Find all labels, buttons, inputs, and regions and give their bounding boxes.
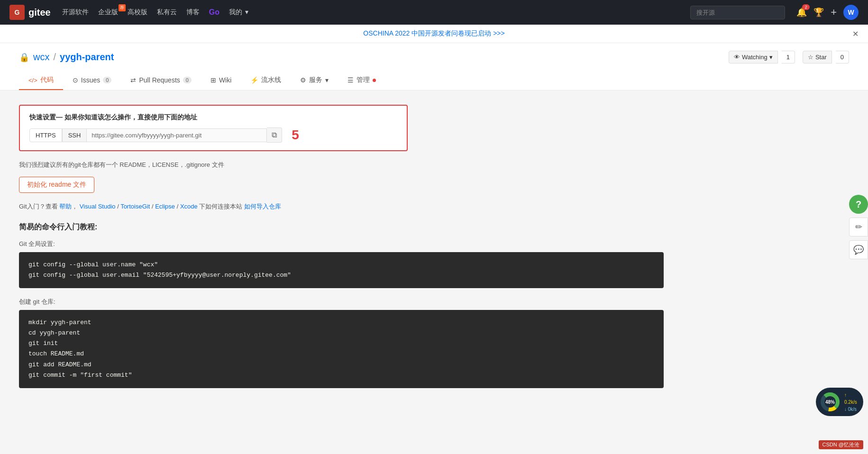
- eye-icon: 👁: [734, 54, 740, 61]
- net-download: ↓ 0k/s: [844, 406, 859, 412]
- eclipse-link[interactable]: Eclipse: [155, 203, 175, 210]
- services-icon: ⚙: [300, 76, 306, 84]
- tab-code[interactable]: </> 代码: [19, 71, 63, 90]
- manage-icon: ☰: [347, 76, 354, 84]
- tab-wiki[interactable]: ⊞ Wiki: [201, 72, 241, 90]
- quick-setup-title: 快速设置— 如果你知道该怎么操作，直接使用下面的地址: [29, 113, 397, 122]
- star-count: 0: [836, 51, 849, 64]
- announce-close-icon[interactable]: ✕: [852, 29, 859, 38]
- tortoisegit-link[interactable]: TortoiseGit: [120, 203, 150, 210]
- notification-bell[interactable]: 🔔 2: [796, 7, 807, 18]
- repo-separator: /: [53, 52, 56, 63]
- issues-icon: ⊙: [73, 76, 78, 84]
- network-widget: 48% ↑ 0.2k/s ↓ 0k/s: [816, 388, 863, 412]
- url-row: HTTPS SSH ⧉ 5: [29, 127, 397, 143]
- create-repo-label: 创建 git 仓库:: [19, 298, 664, 306]
- copy-url-button[interactable]: ⧉: [267, 127, 282, 143]
- help-link[interactable]: 帮助: [59, 203, 72, 210]
- nav-private-cloud[interactable]: 私有云: [157, 8, 177, 17]
- issues-badge: 0: [103, 77, 111, 83]
- watch-dropdown-icon: ▾: [769, 54, 773, 61]
- services-dropdown-icon: ▾: [325, 76, 329, 84]
- repo-actions: 👁 Watching ▾ 1 ☆ Star 0: [729, 51, 849, 64]
- watch-count: 1: [782, 51, 795, 64]
- net-upload: ↑ 0.2k/s: [844, 391, 859, 406]
- add-icon[interactable]: +: [831, 6, 837, 18]
- tab-pipeline[interactable]: ⚡ 流水线: [241, 71, 291, 90]
- nav-university[interactable]: 高校版: [128, 8, 147, 17]
- main-content: 快速设置— 如果你知道该怎么操作，直接使用下面的地址 HTTPS SSH ⧉ 5…: [0, 91, 683, 412]
- tab-pull-requests[interactable]: ⇄ Pull Requests 0: [121, 72, 201, 90]
- nav-blog[interactable]: 博客: [186, 8, 200, 17]
- code-icon: </>: [28, 77, 37, 84]
- tab-issues[interactable]: ⊙ Issues 0: [63, 72, 121, 90]
- repo-header: 🔒 wcx / yygh-parent 👁 Watching ▾ 1 ☆ Sta…: [0, 43, 868, 91]
- network-percent: 48%: [825, 400, 835, 405]
- search-input[interactable]: [690, 6, 785, 19]
- repo-title: 🔒 wcx / yygh-parent: [19, 52, 114, 63]
- repo-title-row: 🔒 wcx / yygh-parent 👁 Watching ▾ 1 ☆ Sta…: [19, 51, 849, 64]
- navbar-actions: 🔔 2 🏆 + W: [796, 5, 859, 20]
- trophy-icon[interactable]: 🏆: [813, 7, 824, 18]
- mine-dropdown-icon: ▾: [245, 8, 248, 16]
- logo-text: gitee: [28, 7, 51, 18]
- navbar-links: 开源软件 企业版 荐 高校版 私有云 博客 Go 我的 ▾: [62, 8, 679, 17]
- edit-sidebar-btn[interactable]: ✏: [849, 218, 868, 236]
- star-button[interactable]: ☆ Star: [803, 51, 832, 64]
- https-button[interactable]: HTTPS: [29, 128, 62, 142]
- global-config-code: git config --global user.name "wcx" git …: [19, 252, 664, 288]
- repo-name[interactable]: yygh-parent: [60, 52, 114, 63]
- tutorial-title: 简易的命令行入门教程:: [19, 222, 664, 232]
- ssh-button[interactable]: SSH: [62, 128, 87, 142]
- import-repo-link[interactable]: 如何导入仓库: [244, 203, 281, 210]
- xcode-link[interactable]: Xcode: [180, 203, 198, 210]
- wiki-icon: ⊞: [210, 76, 216, 84]
- init-readme-button[interactable]: 初始化 readme 文件: [19, 177, 94, 193]
- repo-url-input[interactable]: [87, 128, 267, 142]
- create-repo-code: mkdir yygh-parent cd yygh-parent git ini…: [19, 310, 664, 388]
- user-avatar[interactable]: W: [843, 5, 859, 20]
- net-stats: ↑ 0.2k/s ↓ 0k/s: [844, 391, 859, 412]
- tab-manage[interactable]: ☰ 管理: [338, 71, 385, 90]
- logo[interactable]: G gitee: [9, 5, 51, 20]
- quick-setup-box: 快速设置— 如果你知道该怎么操作，直接使用下面的地址 HTTPS SSH ⧉ 5: [19, 105, 408, 151]
- git-links: Git入门？查看 帮助， Visual Studio / TortoiseGit…: [19, 202, 664, 211]
- help-button[interactable]: ?: [849, 195, 868, 214]
- logo-icon: G: [9, 5, 25, 20]
- pr-badge: 0: [183, 77, 192, 83]
- donut-chart: 48%: [820, 391, 841, 412]
- right-sidebar: ? ✏ 💬: [849, 195, 868, 259]
- nav-mine[interactable]: 我的 ▾: [229, 8, 248, 17]
- enterprise-badge: 荐: [119, 4, 126, 11]
- chat-sidebar-btn[interactable]: 💬: [849, 240, 868, 259]
- watch-button[interactable]: 👁 Watching ▾: [729, 51, 778, 64]
- repo-tabs: </> 代码 ⊙ Issues 0 ⇄ Pull Requests 0 ⊞ Wi…: [19, 71, 849, 90]
- pr-icon: ⇄: [130, 76, 136, 84]
- annotation-5: 5: [292, 127, 299, 143]
- announce-bar: OSCHINA 2022 中国开源发者问卷现已启动 >>> ✕: [0, 25, 868, 43]
- nav-open-source[interactable]: 开源软件: [62, 8, 89, 17]
- star-icon: ☆: [808, 54, 813, 61]
- tab-services[interactable]: ⚙ 服务 ▾: [291, 71, 338, 90]
- manage-dot: [373, 79, 376, 82]
- nav-enterprise[interactable]: 企业版 荐: [98, 8, 118, 17]
- pipeline-icon: ⚡: [250, 76, 258, 84]
- lock-icon: 🔒: [19, 52, 29, 63]
- global-settings-label: Git 全局设置:: [19, 240, 664, 248]
- nav-go[interactable]: Go: [209, 8, 219, 17]
- repo-owner[interactable]: wcx: [33, 52, 49, 63]
- recommendation-text: 我们强烈建议所有的git仓库都有一个 README，LICENSE，.gitig…: [19, 161, 664, 169]
- visual-studio-link[interactable]: Visual Studio: [80, 203, 116, 210]
- notification-badge: 2: [802, 4, 810, 10]
- navbar: G gitee 开源软件 企业版 荐 高校版 私有云 博客 Go 我的 ▾ 🔔 …: [0, 0, 868, 25]
- announce-text[interactable]: OSCHINA 2022 中国开源发者问卷现已启动 >>>: [363, 29, 504, 37]
